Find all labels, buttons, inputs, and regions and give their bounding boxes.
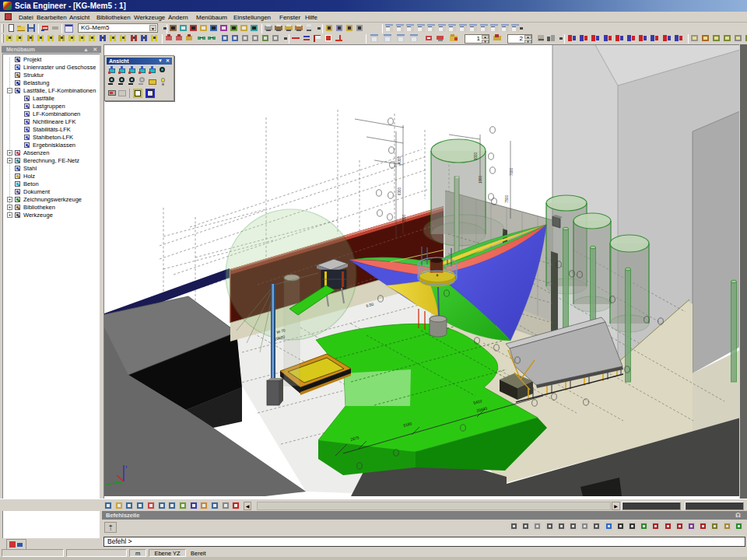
svg-text:2000: 2000 — [474, 152, 478, 160]
svg-text:1000: 1000 — [479, 175, 482, 184]
svg-text:7500: 7500 — [505, 194, 509, 203]
svg-text:4300: 4300 — [398, 156, 402, 164]
svg-text:2500: 2500 — [402, 214, 406, 222]
svg-text:7000: 7000 — [510, 167, 514, 176]
svg-text:6300: 6300 — [398, 187, 402, 195]
